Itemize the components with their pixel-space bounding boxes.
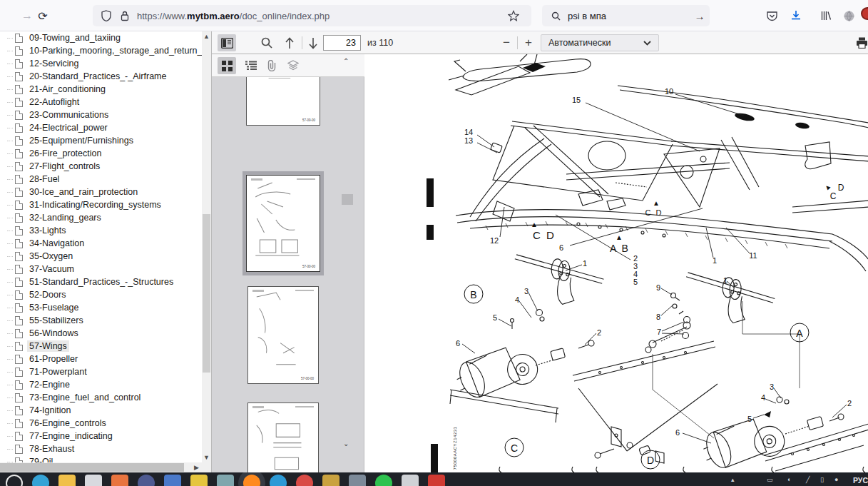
- taskbar-icon-gray-app[interactable]: [402, 475, 419, 486]
- system-tray-icon[interactable]: ╱: [806, 476, 810, 483]
- tree-item-7[interactable]: 24-Electrical_power: [0, 121, 202, 134]
- tree-item-16[interactable]: 34-Navigation: [0, 237, 202, 250]
- tree-item-26[interactable]: 71-Powerplant: [0, 365, 202, 378]
- pdf-page[interactable]: 151014131262345111134562987134526BCADC D…: [364, 54, 868, 472]
- tree-item-19[interactable]: 51-Standard_Practices_-_Structures: [0, 275, 202, 288]
- taskbar-icon-whatsapp[interactable]: [375, 475, 392, 486]
- taskbar-icon-search[interactable]: [6, 475, 23, 486]
- keyboard-language-indicator[interactable]: РУС: [853, 476, 868, 485]
- taskbar-icon-file-explorer[interactable]: [58, 475, 76, 486]
- taskbar-icon-pencil-app[interactable]: [322, 475, 339, 486]
- tree-item-31[interactable]: 77-Engine_indicating: [0, 430, 202, 442]
- system-tray-icon[interactable]: ◖: [787, 476, 790, 483]
- pocket-icon[interactable]: [762, 6, 782, 26]
- taskbar-icon-calculator[interactable]: [349, 475, 366, 486]
- previous-page-button[interactable]: [280, 34, 299, 51]
- zoom-select[interactable]: Автоматически: [541, 34, 659, 51]
- taskbar-icon-blue-app[interactable]: [270, 475, 287, 486]
- bookmark-star-icon[interactable]: [507, 9, 520, 22]
- taskbar-icon-red-x-app[interactable]: [296, 475, 313, 486]
- tree-item-11[interactable]: 28-Fuel: [0, 173, 202, 186]
- taskbar-icon-microsoft-store[interactable]: [85, 475, 102, 486]
- scroll-thumb[interactable]: [0, 463, 184, 472]
- tree-item-4[interactable]: 21-Air_conditioning: [0, 83, 202, 96]
- taskbar-icon-dark-app[interactable]: [138, 475, 155, 486]
- tree-item-1[interactable]: 10-Parking,_mooring,_storage_and_return_…: [0, 44, 202, 57]
- shield-icon[interactable]: [100, 9, 113, 22]
- system-tray-icon[interactable]: ▴: [731, 476, 735, 483]
- thumbnails-view-button[interactable]: [218, 57, 236, 74]
- tree-item-21[interactable]: 53-Fuselage: [0, 301, 202, 314]
- print-button[interactable]: [852, 34, 868, 51]
- scroll-thumb[interactable]: [203, 214, 210, 373]
- taskbar-icon-clock-app[interactable]: [190, 475, 208, 486]
- page-thumbnail-3[interactable]: 57-00-00: [247, 403, 319, 472]
- next-page-button[interactable]: [304, 34, 322, 51]
- tree-vertical-scrollbar[interactable]: ▲ ▼: [202, 31, 211, 462]
- sidebar-toggle-button[interactable]: [218, 34, 236, 51]
- tree-item-29[interactable]: 74-Ignition: [0, 404, 202, 417]
- system-tray-icon[interactable]: ▯: [820, 476, 824, 483]
- reload-button[interactable]: ⟳: [33, 6, 53, 26]
- tree-item-17[interactable]: 35-Oxygen: [0, 250, 202, 263]
- thumb-scroll-thumb[interactable]: [342, 194, 353, 205]
- tree-item-23[interactable]: 56-Windows: [0, 327, 202, 340]
- tree-connector: [7, 102, 13, 103]
- tree-item-5[interactable]: 22-Autoflight: [0, 96, 202, 108]
- search-go-icon[interactable]: →: [693, 9, 706, 22]
- tree-item-20[interactable]: 52-Doors: [0, 288, 202, 301]
- scroll-up-icon[interactable]: ▲: [202, 31, 211, 41]
- attachments-button[interactable]: [262, 57, 281, 74]
- tree-item-33[interactable]: 79-Oil: [0, 455, 202, 462]
- system-tray-icon[interactable]: ▭: [767, 476, 773, 483]
- taskbar-icon-mail[interactable]: [164, 475, 181, 486]
- scroll-right-icon[interactable]: ▶: [192, 462, 201, 472]
- search-input[interactable]: [568, 11, 693, 21]
- scroll-down-icon[interactable]: ▼: [202, 452, 211, 462]
- tree-item-14[interactable]: 32-Landing_gears: [0, 211, 202, 224]
- tree-horizontal-scrollbar[interactable]: ▶: [0, 462, 211, 472]
- zoom-out-button[interactable]: −: [497, 34, 516, 51]
- page-thumbnail-1[interactable]: 57-30-00: [242, 171, 324, 275]
- tree-item-24[interactable]: 57-Wings: [0, 340, 202, 353]
- lock-icon[interactable]: [118, 9, 131, 22]
- profile-avatar[interactable]: [861, 7, 868, 20]
- taskbar-icon-edge-browser[interactable]: [32, 475, 49, 486]
- tree-item-10[interactable]: 27-Flight_controls: [0, 160, 202, 173]
- tree-item-25[interactable]: 61-Propeller: [0, 353, 202, 365]
- system-tray-icon[interactable]: ●: [834, 476, 838, 483]
- page-number-input[interactable]: [323, 35, 361, 51]
- taskbar-icon-photos[interactable]: [111, 475, 128, 486]
- tree-item-27[interactable]: 72-Engine: [0, 378, 202, 391]
- tree-item-30[interactable]: 76-Engine_controls: [0, 417, 202, 430]
- taskbar-icon-firefox[interactable]: [243, 475, 260, 486]
- tree-item-2[interactable]: 12-Servicing: [0, 57, 202, 70]
- library-icon[interactable]: [816, 6, 836, 26]
- taskbar-icon-red-app[interactable]: [428, 475, 445, 486]
- tree-item-3[interactable]: 20-Standard_Practices_-_Airframe: [0, 70, 202, 83]
- outline-view-button[interactable]: [242, 57, 260, 74]
- tree-item-15[interactable]: 33-Lights: [0, 224, 202, 237]
- page-thumbnail-2[interactable]: 57-00-00: [247, 286, 319, 384]
- thumb-scroll-up-icon[interactable]: ⌃: [343, 57, 349, 65]
- url-bar[interactable]: https://www.mytbm.aero/doc_online/index.…: [93, 5, 531, 26]
- page-thumbnail-0[interactable]: 57-09-00: [246, 77, 320, 126]
- zoom-in-button[interactable]: +: [519, 34, 538, 51]
- taskbar-icon-teal-app[interactable]: [217, 475, 234, 486]
- thumb-scroll-down-icon[interactable]: ⌄: [343, 440, 349, 447]
- tree-item-12[interactable]: 30-Ice_and_rain_protection: [0, 186, 202, 198]
- find-button[interactable]: [257, 34, 276, 51]
- tree-item-9[interactable]: 26-Fire_protection: [0, 147, 202, 160]
- tree-item-0[interactable]: 09-Towing_and_taxiing: [0, 31, 202, 44]
- tree-item-32[interactable]: 78-Exhaust: [0, 442, 202, 455]
- tree-item-22[interactable]: 55-Stabilizers: [0, 314, 202, 327]
- tree-item-8[interactable]: 25-Equipment/Furnishings: [0, 134, 202, 147]
- tree-item-13[interactable]: 31-Indicating/Recording_systems: [0, 198, 202, 211]
- tree-item-6[interactable]: 23-Communications: [0, 108, 202, 121]
- search-bar[interactable]: →: [542, 5, 710, 26]
- layers-button[interactable]: [284, 57, 302, 74]
- tree-item-28[interactable]: 73-Engine_fuel_and_control: [0, 391, 202, 404]
- downloads-icon[interactable]: [786, 6, 806, 26]
- tree-item-18[interactable]: 37-Vacuum: [0, 263, 202, 275]
- extensions-globe-icon[interactable]: [839, 6, 859, 26]
